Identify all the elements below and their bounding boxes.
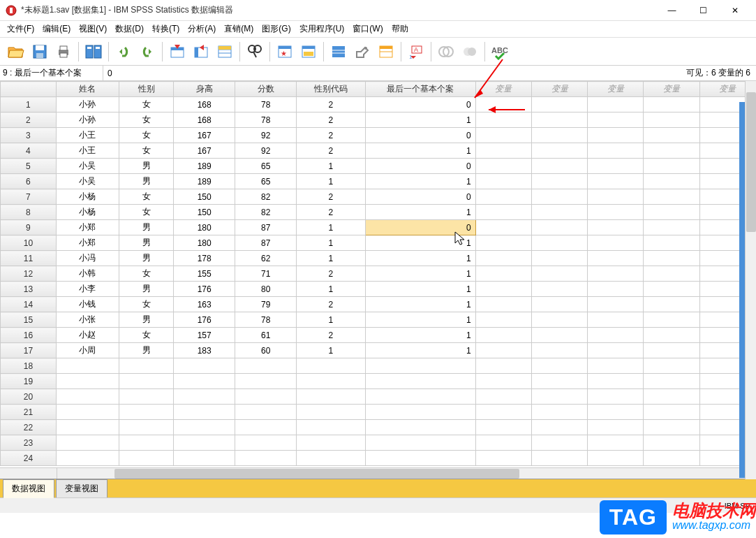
empty-cell[interactable] <box>475 435 531 451</box>
empty-cell[interactable] <box>174 420 235 435</box>
empty-cell[interactable] <box>475 451 531 466</box>
select-cases-icon[interactable] <box>328 41 349 62</box>
empty-cell[interactable] <box>588 435 644 451</box>
cell-score[interactable]: 82 <box>235 189 297 205</box>
menu-help[interactable]: 帮助 <box>387 22 413 36</box>
empty-cell[interactable] <box>644 282 699 297</box>
empty-cell[interactable] <box>588 205 644 220</box>
cell-lastcase[interactable]: 1 <box>365 143 475 159</box>
cell-score[interactable]: 92 <box>235 143 297 159</box>
empty-cell[interactable] <box>531 128 587 143</box>
empty-cell[interactable] <box>297 435 365 451</box>
empty-cell[interactable] <box>588 405 644 420</box>
cell-lastcase[interactable]: 1 <box>365 312 475 328</box>
col-header-gender[interactable]: 性别 <box>119 82 173 97</box>
empty-cell[interactable] <box>119 358 173 374</box>
cell-name[interactable]: 小孙 <box>56 97 119 112</box>
cell-name[interactable]: 小杨 <box>56 205 119 220</box>
cell-score[interactable]: 61 <box>235 328 297 343</box>
tab-variable-view[interactable]: 变量视图 <box>56 479 108 497</box>
cell-lastcase[interactable]: 1 <box>365 251 475 266</box>
cell-lastcase[interactable]: 0 <box>365 97 475 112</box>
cell-score[interactable]: 65 <box>235 159 297 174</box>
empty-cell[interactable] <box>531 220 587 235</box>
cell-height[interactable]: 168 <box>174 97 235 112</box>
empty-cell[interactable] <box>644 389 699 405</box>
cell-gendercode[interactable]: 1 <box>297 312 365 328</box>
empty-cell[interactable] <box>531 205 587 220</box>
maximize-button[interactable]: ☐ <box>688 0 719 21</box>
cell-gender[interactable]: 女 <box>119 266 173 282</box>
cell-name[interactable]: 小赵 <box>56 328 119 343</box>
cell-score[interactable]: 79 <box>235 297 297 312</box>
menu-utilities[interactable]: 实用程序(U) <box>295 22 349 36</box>
cell-height[interactable]: 180 <box>174 220 235 235</box>
empty-cell[interactable] <box>531 374 587 389</box>
empty-cell[interactable] <box>588 451 644 466</box>
empty-cell[interactable] <box>588 220 644 235</box>
cell-gender[interactable]: 女 <box>119 143 173 159</box>
empty-cell[interactable] <box>174 435 235 451</box>
empty-cell[interactable] <box>644 297 699 312</box>
empty-cell[interactable] <box>365 374 475 389</box>
vertical-scrollbar[interactable] <box>745 81 756 479</box>
cell-gender[interactable]: 男 <box>119 312 173 328</box>
row-header[interactable]: 5 <box>1 159 57 174</box>
empty-cell[interactable] <box>531 282 587 297</box>
empty-cell[interactable] <box>297 389 365 405</box>
empty-cell[interactable] <box>531 389 587 405</box>
empty-cell[interactable] <box>174 451 235 466</box>
empty-cell[interactable] <box>365 435 475 451</box>
row-header[interactable]: 14 <box>1 297 57 312</box>
empty-cell[interactable] <box>56 374 119 389</box>
empty-cell[interactable] <box>531 159 587 174</box>
cell-score[interactable]: 78 <box>235 112 297 128</box>
empty-cell[interactable] <box>531 405 587 420</box>
empty-cell[interactable] <box>588 235 644 251</box>
col-header-empty[interactable]: 变量 <box>644 82 699 97</box>
empty-cell[interactable] <box>475 282 531 297</box>
cell-gender[interactable]: 男 <box>119 220 173 235</box>
cell-gendercode[interactable]: 1 <box>297 251 365 266</box>
cell-lastcase[interactable]: 1 <box>365 282 475 297</box>
cell-lastcase[interactable]: 0 <box>365 159 475 174</box>
empty-cell[interactable] <box>644 405 699 420</box>
cell-gendercode[interactable]: 2 <box>297 328 365 343</box>
cell-lastcase[interactable]: 1 <box>365 205 475 220</box>
cell-value[interactable]: 0 <box>103 68 681 78</box>
empty-cell[interactable] <box>365 420 475 435</box>
cell-height[interactable]: 155 <box>174 266 235 282</box>
empty-cell[interactable] <box>119 374 173 389</box>
empty-cell[interactable] <box>297 405 365 420</box>
empty-cell[interactable] <box>644 189 699 205</box>
cell-gendercode[interactable]: 2 <box>297 205 365 220</box>
empty-cell[interactable] <box>531 97 587 112</box>
empty-cell[interactable] <box>588 143 644 159</box>
split-file-icon[interactable]: ★ <box>274 41 295 62</box>
col-header-empty[interactable]: 变量 <box>588 82 644 97</box>
empty-cell[interactable] <box>475 97 531 112</box>
cell-score[interactable]: 78 <box>235 97 297 112</box>
empty-cell[interactable] <box>644 451 699 466</box>
cell-gender[interactable]: 男 <box>119 343 173 358</box>
empty-cell[interactable] <box>119 389 173 405</box>
empty-cell[interactable] <box>475 374 531 389</box>
row-header[interactable]: 10 <box>1 235 57 251</box>
goto-case-icon[interactable] <box>167 41 188 62</box>
scrollbar-thumb[interactable] <box>114 469 519 479</box>
empty-cell[interactable] <box>365 389 475 405</box>
cell-gendercode[interactable]: 1 <box>297 159 365 174</box>
empty-cell[interactable] <box>588 189 644 205</box>
scrollbar-thumb[interactable] <box>746 92 756 232</box>
empty-cell[interactable] <box>56 389 119 405</box>
empty-cell[interactable] <box>644 205 699 220</box>
cell-gendercode[interactable]: 2 <box>297 128 365 143</box>
minimize-button[interactable]: — <box>656 0 688 21</box>
empty-cell[interactable] <box>644 266 699 282</box>
row-header[interactable]: 4 <box>1 143 57 159</box>
empty-cell[interactable] <box>475 328 531 343</box>
empty-cell[interactable] <box>365 451 475 466</box>
cell-lastcase[interactable]: 1 <box>365 328 475 343</box>
empty-cell[interactable] <box>475 312 531 328</box>
row-header[interactable]: 3 <box>1 128 57 143</box>
